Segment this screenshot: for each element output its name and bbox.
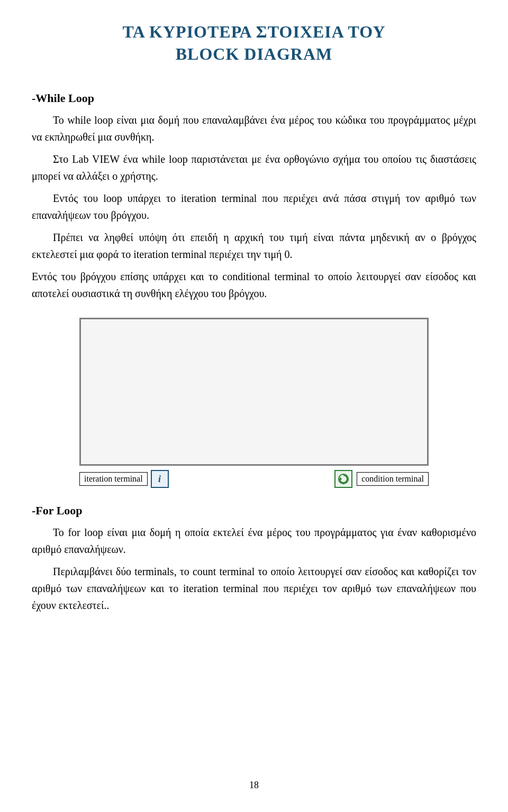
while-loop-section: -While Loop Το while loop είναι μια δομή… bbox=[32, 91, 476, 302]
for-loop-section: -For Loop Το for loop είναι μια δομή η ο… bbox=[32, 504, 476, 614]
condition-terminal-icon bbox=[334, 470, 352, 488]
svg-marker-1 bbox=[340, 477, 342, 481]
while-loop-para4: Πρέπει να ληφθεί υπόψη ότι επειδή η αρχι… bbox=[32, 229, 476, 263]
title-line2: BLOCK DIAGRAM bbox=[176, 44, 333, 63]
diagram-labels: iteration terminal i bbox=[79, 470, 429, 488]
diagram-box-container: iteration terminal i bbox=[69, 318, 439, 488]
page-header: ΤΑ ΚΥΡΙΟΤΕΡΑ ΣΤΟΙΧΕΙΑ ΤΟΥ BLOCK DIAGRAM bbox=[32, 21, 476, 70]
left-labels: iteration terminal i bbox=[79, 470, 169, 488]
page-container: ΤΑ ΚΥΡΙΟΤΕΡΑ ΣΤΟΙΧΕΙΑ ΤΟΥ BLOCK DIAGRAM … bbox=[0, 0, 508, 812]
for-loop-para1: Το for loop είναι μια δομή η οποία εκτελ… bbox=[32, 524, 476, 558]
while-loop-para5: Εντός του βρόγχου επίσης υπάρχει και το … bbox=[32, 268, 476, 302]
iteration-terminal-label: iteration terminal bbox=[79, 472, 148, 486]
while-loop-title: -While Loop bbox=[32, 91, 476, 105]
condition-icon-svg bbox=[338, 473, 349, 485]
for-loop-title: -For Loop bbox=[32, 504, 476, 518]
while-loop-para2: Στο Lab VIEW ένα while loop παριστάνεται… bbox=[32, 151, 476, 184]
while-loop-box bbox=[79, 318, 429, 466]
title-line1: ΤΑ ΚΥΡΙΟΤΕΡΑ ΣΤΟΙΧΕΙΑ ΤΟΥ bbox=[123, 22, 386, 41]
while-loop-diagram: iteration terminal i bbox=[32, 318, 476, 488]
iteration-terminal-icon: i bbox=[151, 470, 169, 488]
while-loop-para3: Εντός του loop υπάρχει το iteration term… bbox=[32, 190, 476, 224]
page-title: ΤΑ ΚΥΡΙΟΤΕΡΑ ΣΤΟΙΧΕΙΑ ΤΟΥ BLOCK DIAGRAM bbox=[32, 21, 476, 65]
for-loop-para2: Περιλαμβάνει δύο terminals, το count ter… bbox=[32, 563, 476, 614]
while-loop-para1: Το while loop είναι μια δομή που επαναλα… bbox=[32, 112, 476, 145]
condition-terminal-area: condition terminal bbox=[334, 470, 429, 488]
condition-terminal-label: condition terminal bbox=[357, 472, 429, 486]
page-number: 18 bbox=[0, 780, 508, 791]
